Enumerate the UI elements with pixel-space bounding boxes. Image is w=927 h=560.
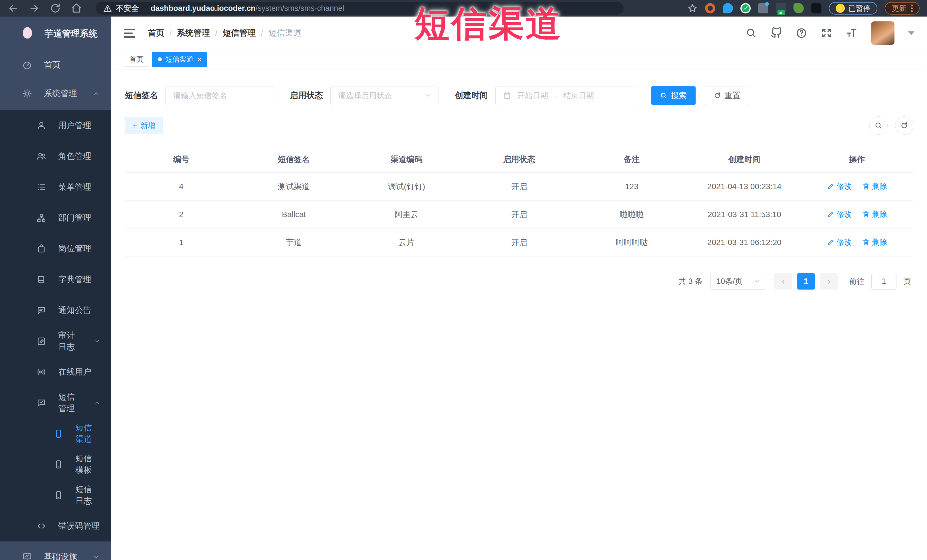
cell-remark: 啦啦啦 — [576, 200, 688, 229]
extension-icon[interactable] — [758, 3, 768, 14]
column-header: 操作 — [801, 148, 913, 173]
chevron-down-icon — [425, 93, 431, 99]
breadcrumb-item[interactable]: 系统管理 — [177, 27, 210, 39]
edit-link[interactable]: 修改 — [827, 181, 852, 191]
goto-page-input[interactable] — [871, 273, 897, 290]
breadcrumb-item[interactable]: 短信管理 — [223, 27, 256, 39]
home-icon[interactable] — [71, 3, 82, 14]
chevron-down-icon — [94, 337, 100, 345]
sidebar-item-sms-management[interactable]: 短信管理 — [0, 387, 111, 418]
emoji-avatar-icon — [836, 4, 845, 13]
url-path: /system/sms/sms-channel — [256, 4, 344, 13]
chevron-down-icon — [754, 278, 760, 284]
extension-icon[interactable] — [776, 3, 786, 14]
logo-row[interactable]: 芋道管理系统 — [0, 17, 111, 51]
refresh-icon — [714, 92, 721, 99]
sidebar-item-sms-channel[interactable]: 短信渠道 — [0, 418, 111, 449]
sidebar-toggle-icon[interactable] — [124, 29, 135, 38]
paused-label: 已暂停 — [848, 3, 871, 14]
address-bar[interactable]: 不安全 dashboard.yudao.iocoder.cn/system/sm… — [96, 2, 624, 15]
sidebar-item-error-codes[interactable]: 错误码管理 — [0, 511, 111, 542]
breadcrumb-item[interactable]: 首页 — [148, 27, 164, 39]
extension-icon[interactable] — [740, 3, 751, 14]
trash-icon — [862, 182, 870, 190]
sidebar-item-roles[interactable]: 角色管理 — [0, 141, 111, 172]
sidebar-item-sms-template[interactable]: 短信模板 — [0, 449, 111, 480]
sidebar-item-users[interactable]: 用户管理 — [0, 110, 111, 141]
refresh-icon — [900, 121, 908, 129]
sidebar-item-label: 用户管理 — [58, 120, 91, 131]
extension-icon[interactable] — [705, 3, 715, 14]
edit-link[interactable]: 修改 — [827, 237, 852, 247]
column-header: 短信签名 — [238, 148, 350, 173]
back-icon[interactable] — [8, 3, 19, 14]
tab-sms-channel[interactable]: 短信渠道 × — [152, 52, 207, 67]
add-button[interactable]: + 新增 — [125, 117, 163, 134]
sidebar-item-online-users[interactable]: 在线用户 — [0, 357, 111, 387]
cell-remark: 呵呵呵哒 — [576, 229, 688, 256]
sidebar-item-home[interactable]: 首页 — [0, 51, 111, 79]
security-label[interactable]: 不安全 — [116, 3, 139, 14]
reload-icon[interactable] — [50, 3, 61, 14]
delete-link[interactable]: 删除 — [862, 237, 887, 247]
fullscreen-icon[interactable] — [821, 27, 832, 39]
sidebar-item-dictionary[interactable]: 字典管理 — [0, 264, 111, 295]
sidebar-submenu-system: 用户管理 角色管理 菜单管理 部门管理 岗位管理 — [0, 110, 111, 542]
sidebar-item-audit-log[interactable]: 审计日志 — [0, 326, 111, 357]
caret-down-icon[interactable] — [908, 31, 915, 35]
chevron-down-icon — [93, 553, 100, 560]
extensions-puzzle-icon[interactable] — [811, 3, 821, 14]
paused-badge[interactable]: 已暂停 — [829, 2, 877, 15]
browser-menu-icon[interactable] — [911, 5, 913, 12]
tab-label: 首页 — [129, 55, 143, 64]
trash-icon — [862, 211, 870, 218]
sidebar-item-notices[interactable]: 通知公告 — [0, 295, 111, 326]
book-icon — [36, 275, 46, 284]
cell-sign: 测试渠道 — [238, 173, 350, 200]
font-size-icon[interactable] — [846, 27, 857, 39]
sidebar-item-system[interactable]: 系统管理 — [0, 79, 111, 108]
sidebar-item-departments[interactable]: 部门管理 — [0, 203, 111, 233]
filter-label: 短信签名 — [125, 90, 158, 101]
pagination: 共 3 条 10条/页 ‹ 1 › 前往 页 — [127, 273, 911, 290]
sidebar-item-sms-log[interactable]: 短信日志 — [0, 480, 111, 511]
extension-icon[interactable] — [793, 3, 804, 14]
date-range-picker[interactable]: 开始日期 - 结束日期 — [495, 86, 635, 105]
extension-icon[interactable] — [723, 3, 733, 14]
sms-sign-input[interactable]: 请输入短信签名 — [166, 86, 274, 105]
toggle-search-button[interactable] — [869, 116, 887, 135]
sidebar-item-infrastructure[interactable]: 基础设施 — [0, 542, 111, 560]
status-select[interactable]: 请选择启用状态 — [330, 86, 439, 105]
sidebar-item-label: 菜单管理 — [58, 181, 91, 193]
browser-toolbar: 不安全 dashboard.yudao.iocoder.cn/system/sm… — [0, 0, 927, 17]
prev-page-button[interactable]: ‹ — [774, 273, 792, 290]
org-tree-icon — [36, 213, 46, 223]
refresh-table-button[interactable] — [895, 116, 913, 135]
next-page-button[interactable]: › — [820, 273, 838, 290]
delete-link[interactable]: 删除 — [862, 181, 887, 191]
phone-icon — [54, 429, 63, 439]
github-icon[interactable] — [770, 27, 782, 39]
page-number-button[interactable]: 1 — [797, 273, 815, 290]
reset-button[interactable]: 重置 — [705, 86, 749, 105]
delete-link[interactable]: 删除 — [862, 209, 887, 219]
bookmark-star-icon[interactable] — [687, 3, 698, 14]
update-button[interactable]: 更新 — [885, 2, 919, 15]
url-domain: dashboard.yudao.iocoder.cn — [150, 4, 256, 13]
comment-check-icon — [36, 398, 46, 408]
forward-icon[interactable] — [29, 3, 40, 14]
close-tab-icon[interactable]: × — [197, 56, 201, 63]
cell-actions: 修改 删除 — [801, 200, 913, 229]
tab-home[interactable]: 首页 — [124, 52, 149, 67]
user-avatar[interactable] — [871, 21, 895, 45]
goto-label: 前往 — [849, 276, 865, 287]
sidebar-item-menus[interactable]: 菜单管理 — [0, 172, 111, 203]
page-size-select[interactable]: 10条/页 — [710, 273, 766, 290]
sidebar-item-posts[interactable]: 岗位管理 — [0, 233, 111, 264]
briefcase-icon — [36, 244, 46, 253]
column-header: 渠道编码 — [350, 148, 463, 173]
help-icon[interactable] — [796, 27, 807, 39]
edit-link[interactable]: 修改 — [827, 209, 852, 219]
search-button[interactable]: 搜索 — [651, 86, 696, 105]
search-icon[interactable] — [746, 27, 757, 39]
